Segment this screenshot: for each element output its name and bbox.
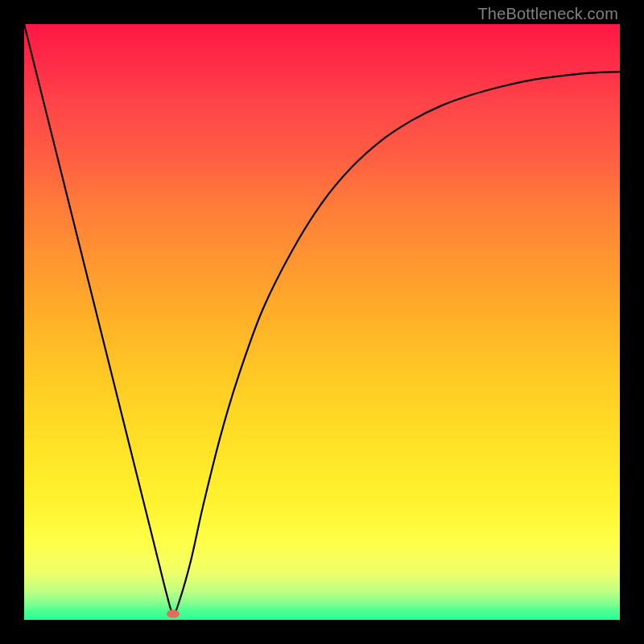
plot-area: [24, 24, 620, 620]
plot-background-gradient: [24, 24, 620, 620]
watermark-text: TheBottleneck.com: [477, 5, 618, 23]
